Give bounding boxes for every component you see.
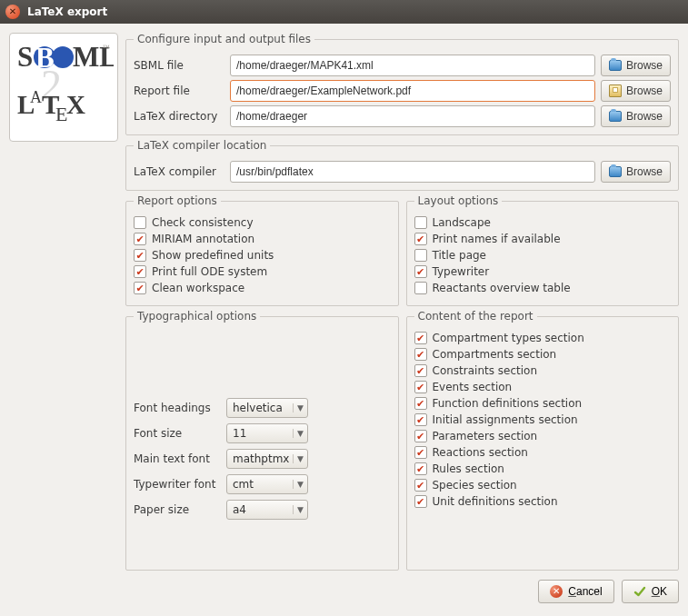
report-option-checkbox[interactable] [134, 216, 146, 229]
content-option-checkbox[interactable] [414, 332, 427, 344]
folder-icon [609, 111, 622, 122]
content-option-checkbox[interactable] [414, 364, 427, 377]
cancel-button[interactable]: ✕ Cancel [538, 580, 613, 603]
content-option-label: Compartment types section [433, 332, 584, 344]
sbml-browse-button[interactable]: Browse [601, 55, 671, 76]
report-option-row: Check consistency [134, 216, 391, 229]
content-option-label: Events section [433, 381, 513, 393]
content-option-checkbox[interactable] [414, 381, 427, 393]
dialog-button-bar: ✕ Cancel OK [0, 576, 688, 612]
report-options-fieldset: Report options Check consistencyMIRIAM a… [125, 194, 399, 306]
content-option-row: Reactions section [414, 446, 672, 459]
font-headings-label: Font headings [134, 402, 221, 414]
layout-option-checkbox[interactable] [414, 265, 427, 278]
content-option-checkbox[interactable] [414, 479, 427, 492]
report-option-label: Clean workspace [152, 282, 244, 294]
report-option-checkbox[interactable] [134, 282, 146, 294]
content-option-checkbox[interactable] [414, 413, 427, 426]
content-option-row: Constraints section [414, 364, 672, 377]
font-size-label: Font size [134, 427, 221, 440]
layout-option-row: Typewriter [414, 265, 672, 278]
latex-dir-input[interactable] [230, 105, 595, 127]
chevron-down-icon: ▼ [293, 505, 307, 514]
content-option-checkbox[interactable] [414, 446, 427, 459]
report-option-checkbox[interactable] [134, 233, 146, 245]
tt-font-label: Typewriter font [134, 478, 221, 491]
folder-icon [609, 60, 622, 71]
report-option-label: Show predefined units [152, 249, 274, 262]
layout-option-label: Reactants overview table [433, 282, 571, 294]
font-size-select[interactable]: 11 ▼ [226, 423, 308, 443]
content-option-checkbox[interactable] [414, 348, 427, 361]
layout-option-checkbox[interactable] [414, 282, 427, 294]
sbml-file-input[interactable] [230, 55, 595, 76]
cancel-icon: ✕ [550, 585, 563, 598]
svg-text:S: S [17, 41, 33, 73]
layout-option-row: Print names if available [414, 233, 672, 245]
report-option-row: Show predefined units [134, 249, 391, 262]
typo-legend: Typographical options [134, 310, 260, 323]
report-options-legend: Report options [134, 194, 221, 207]
content-option-label: Constraints section [433, 364, 538, 377]
save-icon [609, 84, 622, 97]
report-option-row: Clean workspace [134, 282, 391, 294]
paper-size-select[interactable]: a4 ▼ [226, 500, 308, 520]
chevron-down-icon: ▼ [293, 403, 307, 412]
content-option-label: Compartments section [433, 348, 557, 361]
layout-options-fieldset: Layout options LandscapePrint names if a… [406, 194, 680, 306]
content-legend: Content of the report [414, 310, 537, 323]
content-option-label: Parameters section [433, 430, 538, 442]
content-option-row: Species section [414, 479, 672, 492]
content-option-label: Species section [433, 479, 517, 492]
layout-options-legend: Layout options [414, 194, 503, 207]
report-option-label: MIRIAM annotation [152, 233, 254, 245]
content-option-checkbox[interactable] [414, 495, 427, 508]
layout-option-row: Title page [414, 249, 672, 262]
content-option-label: Initial assignments section [433, 413, 578, 426]
report-option-checkbox[interactable] [134, 249, 146, 262]
compiler-legend: LaTeX compiler location [134, 139, 270, 152]
sbml-file-label: SBML file [134, 59, 224, 72]
svg-text:™: ™ [103, 44, 110, 52]
compiler-fieldset: LaTeX compiler location LaTeX compiler B… [125, 139, 679, 191]
content-option-checkbox[interactable] [414, 397, 427, 410]
chevron-down-icon: ▼ [293, 429, 307, 438]
report-file-input[interactable] [230, 80, 595, 102]
latexdir-browse-button[interactable]: Browse [601, 105, 671, 127]
io-legend: Configure input and output files [134, 33, 314, 45]
layout-option-checkbox[interactable] [414, 249, 427, 262]
layout-option-checkbox[interactable] [414, 233, 427, 245]
compiler-browse-button[interactable]: Browse [601, 161, 671, 183]
content-option-row: Unit definitions section [414, 495, 672, 508]
content-option-row: Initial assignments section [414, 413, 672, 426]
main-font-label: Main text font [134, 452, 221, 465]
compiler-label: LaTeX compiler [134, 165, 224, 178]
logo: S B ML ™ 2 L A T E X [9, 33, 118, 142]
content-option-row: Rules section [414, 462, 672, 475]
content-option-label: Rules section [433, 462, 504, 475]
typo-fieldset: Typographical options Font headings helv… [125, 310, 399, 571]
report-option-row: Print full ODE system [134, 265, 391, 278]
content-option-row: Function definitions section [414, 397, 672, 410]
compiler-input[interactable] [230, 161, 595, 183]
layout-option-label: Title page [433, 249, 487, 262]
report-option-checkbox[interactable] [134, 265, 146, 278]
content-option-label: Unit definitions section [433, 495, 558, 508]
content-option-checkbox[interactable] [414, 462, 427, 475]
main-font-select[interactable]: mathptmx ▼ [226, 449, 308, 469]
svg-text:A: A [30, 88, 42, 106]
chevron-down-icon: ▼ [293, 454, 307, 463]
titlebar: ✕ LaTeX export [0, 0, 688, 24]
layout-option-checkbox[interactable] [414, 216, 427, 229]
content-fieldset: Content of the report Compartment types … [406, 310, 680, 571]
font-headings-select[interactable]: helvetica ▼ [226, 398, 308, 418]
content-option-label: Reactions section [433, 446, 528, 459]
close-icon[interactable]: ✕ [5, 5, 20, 19]
ok-button[interactable]: OK [622, 580, 679, 603]
report-browse-button[interactable]: Browse [601, 80, 671, 102]
layout-option-label: Print names if available [433, 233, 561, 245]
content-option-checkbox[interactable] [414, 430, 427, 442]
tt-font-select[interactable]: cmt ▼ [226, 474, 308, 494]
layout-option-row: Landscape [414, 216, 672, 229]
layout-option-row: Reactants overview table [414, 282, 672, 294]
